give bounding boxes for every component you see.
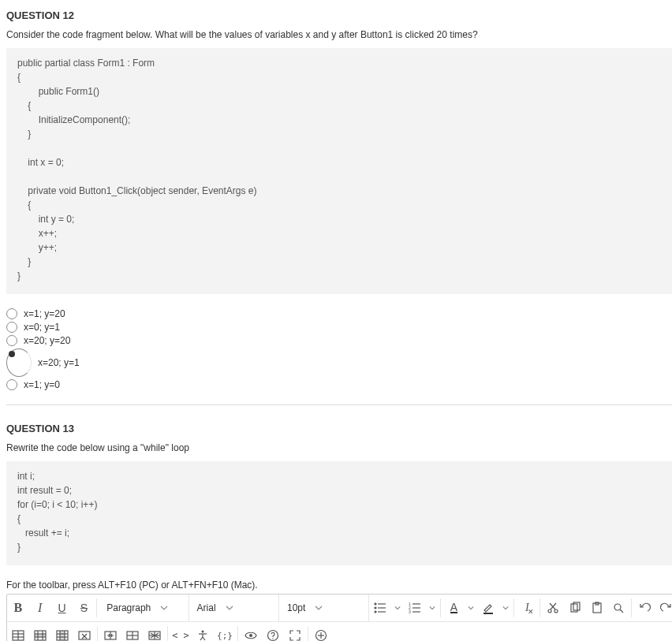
question-12-code: public partial class Form1 : Form { publ… [6, 48, 672, 294]
highlight-icon [477, 594, 499, 621]
numbered-list-control[interactable]: 123 [404, 594, 439, 621]
redo-button[interactable] [655, 594, 672, 621]
svg-line-56 [203, 637, 205, 640]
table-column-button[interactable] [51, 622, 73, 641]
svg-point-52 [202, 631, 204, 633]
copy-button[interactable] [564, 594, 586, 621]
radio-icon [6, 379, 17, 390]
radio-icon [6, 335, 17, 346]
svg-point-14 [554, 609, 558, 613]
radio-icon [6, 308, 17, 319]
svg-point-57 [249, 634, 252, 637]
paragraph-select-label: Paragraph [106, 602, 151, 613]
choice-5[interactable]: x=1; y=0 [6, 379, 672, 390]
question-12-prompt: Consider the code fragment below. What w… [6, 29, 672, 40]
choice-label: x=1; y=0 [24, 379, 60, 390]
question-13-prompt: Rewrite the code below using a "while" l… [6, 442, 672, 453]
table-cell-delete-button[interactable] [73, 622, 95, 641]
font-color-control[interactable]: A [442, 594, 477, 621]
merge-cells-button[interactable] [99, 622, 121, 641]
separator [237, 626, 238, 641]
choice-label: x=1; y=20 [24, 308, 65, 319]
toolbar-row-2: < > {;} [7, 622, 672, 641]
svg-point-59 [272, 638, 273, 639]
preview-button[interactable] [240, 622, 262, 641]
toolbar-hint: For the toolbar, press ALT+F10 (PC) or A… [6, 580, 672, 591]
font-color-icon: A [442, 594, 465, 621]
chevron-down-icon[interactable] [499, 594, 512, 621]
highlight-color-control[interactable] [477, 594, 512, 621]
chevron-down-icon[interactable] [391, 594, 404, 621]
choice-4[interactable]: x=20; y=1 [6, 348, 672, 377]
radio-icon-selected [6, 348, 32, 377]
svg-line-22 [620, 609, 623, 613]
question-13-title: QUESTION 13 [6, 423, 672, 434]
chevron-down-icon[interactable] [465, 594, 477, 621]
split-cells-button[interactable] [121, 622, 144, 641]
svg-line-15 [551, 603, 556, 609]
table-row-button[interactable] [29, 622, 51, 641]
question-13-code: int i; int result = 0; for (i=0; i < 10;… [6, 461, 672, 565]
svg-point-0 [375, 603, 376, 605]
find-button[interactable] [608, 594, 630, 621]
question-12-choices: x=1; y=20 x=0; y=1 x=20; y=20 x=20; y=1 … [6, 308, 672, 390]
svg-rect-39 [79, 632, 90, 639]
insert-table-button[interactable] [7, 622, 29, 641]
italic-button[interactable]: I [29, 594, 51, 621]
choice-label: x=20; y=1 [38, 357, 80, 368]
bold-button[interactable]: B [7, 594, 29, 621]
svg-point-13 [548, 609, 551, 613]
separator [513, 598, 514, 617]
code-sample-button[interactable]: {;} [214, 622, 236, 641]
separator [167, 626, 168, 641]
choice-label: x=20; y=20 [24, 335, 70, 346]
font-select-label: Arial [197, 602, 216, 613]
choice-3[interactable]: x=20; y=20 [6, 335, 672, 346]
choice-2[interactable]: x=0; y=1 [6, 322, 672, 333]
undo-button[interactable] [633, 594, 655, 621]
bullet-list-icon [369, 594, 391, 621]
toolbar-row-1: B I U S Paragraph Arial 10pt [7, 594, 672, 622]
help-button[interactable] [262, 622, 284, 641]
separator [440, 598, 441, 617]
fullscreen-button[interactable] [284, 622, 306, 641]
separator [631, 598, 632, 617]
bullet-list-control[interactable] [369, 594, 404, 621]
accessibility-button[interactable] [192, 622, 214, 641]
separator [308, 626, 308, 641]
svg-line-16 [550, 603, 555, 609]
rich-text-editor: B I U S Paragraph Arial 10pt [6, 594, 672, 641]
separator [97, 626, 98, 641]
font-select[interactable]: Arial [189, 594, 279, 621]
choice-label: x=0; y=1 [24, 322, 60, 333]
svg-text:3: 3 [409, 609, 411, 614]
numbered-list-icon: 123 [404, 594, 426, 621]
strikethrough-button[interactable]: S [73, 594, 95, 621]
svg-point-4 [375, 611, 376, 613]
svg-rect-38 [60, 631, 65, 640]
font-size-select[interactable]: 10pt [279, 594, 369, 621]
paste-button[interactable] [586, 594, 608, 621]
separator [539, 598, 540, 617]
choice-1[interactable]: x=1; y=20 [6, 308, 672, 319]
separator [96, 598, 97, 617]
svg-point-2 [375, 607, 376, 609]
svg-point-21 [614, 604, 621, 610]
question-12-title: QUESTION 12 [6, 9, 672, 21]
radio-icon [6, 322, 17, 333]
cut-button[interactable] [542, 594, 564, 621]
divider [6, 404, 672, 405]
font-size-label: 10pt [287, 602, 305, 613]
code-view-button[interactable]: < > [170, 622, 192, 641]
delete-table-button[interactable] [144, 622, 166, 641]
paragraph-select[interactable]: Paragraph [99, 594, 189, 621]
chevron-down-icon[interactable] [426, 594, 439, 621]
svg-rect-32 [35, 634, 46, 637]
svg-line-55 [200, 637, 203, 640]
clear-formatting-button[interactable]: I✕ [516, 594, 538, 621]
underline-button[interactable]: U [51, 594, 73, 621]
add-content-button[interactable] [310, 622, 332, 641]
